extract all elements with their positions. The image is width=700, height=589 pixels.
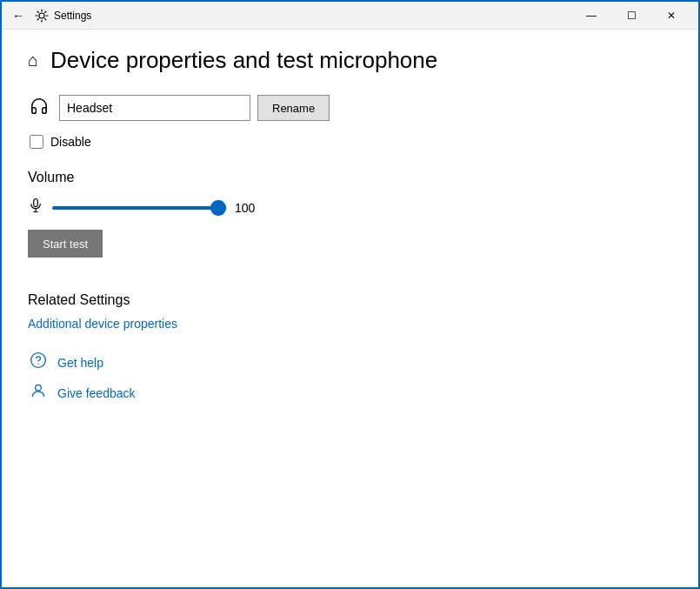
settings-app-icon <box>35 9 49 23</box>
disable-label[interactable]: Disable <box>50 135 91 149</box>
title-bar: ← Settings — ☐ ✕ <box>2 2 698 30</box>
microphone-icon <box>28 197 43 218</box>
maximize-button[interactable]: ☐ <box>611 2 651 30</box>
start-test-button[interactable]: Start test <box>28 230 103 258</box>
volume-section-title: Volume <box>28 170 672 185</box>
help-links: Get help Give feedback <box>28 351 672 404</box>
disable-row: Disable <box>30 135 672 149</box>
get-help-row: Get help <box>28 351 672 373</box>
related-settings-title: Related Settings <box>28 292 672 308</box>
svg-point-4 <box>31 353 46 368</box>
rename-button[interactable]: Rename <box>257 95 330 121</box>
give-feedback-row: Give feedback <box>28 382 672 404</box>
additional-device-properties-link[interactable]: Additional device properties <box>28 317 672 331</box>
window-controls: — ☐ ✕ <box>571 2 691 30</box>
device-name-row: Rename <box>30 95 672 121</box>
back-button[interactable]: ← <box>9 7 28 24</box>
home-icon: ⌂ <box>28 50 38 70</box>
device-name-input[interactable] <box>59 95 250 121</box>
svg-point-6 <box>36 385 42 391</box>
svg-point-0 <box>39 13 44 18</box>
get-help-link[interactable]: Get help <box>57 356 103 370</box>
page-header: ⌂ Device properties and test microphone <box>28 47 672 74</box>
disable-checkbox[interactable] <box>30 135 43 149</box>
related-settings-section: Related Settings Additional device prope… <box>28 292 672 331</box>
settings-window: ← Settings — ☐ ✕ ⌂ Device properties and… <box>0 0 700 589</box>
volume-slider[interactable] <box>52 206 226 210</box>
get-help-icon <box>28 351 49 373</box>
give-feedback-icon <box>28 382 49 404</box>
svg-rect-1 <box>34 199 38 207</box>
minimize-button[interactable]: — <box>571 2 611 30</box>
close-button[interactable]: ✕ <box>651 2 691 30</box>
title-bar-text: Settings <box>54 10 571 22</box>
headset-icon <box>30 97 49 120</box>
svg-point-5 <box>37 364 38 365</box>
volume-value: 100 <box>235 201 261 215</box>
page-title: Device properties and test microphone <box>50 47 437 74</box>
content-area: ⌂ Device properties and test microphone … <box>2 30 698 587</box>
volume-row: 100 <box>28 197 672 218</box>
give-feedback-link[interactable]: Give feedback <box>57 386 136 400</box>
volume-section: Volume 100 <box>28 170 672 218</box>
